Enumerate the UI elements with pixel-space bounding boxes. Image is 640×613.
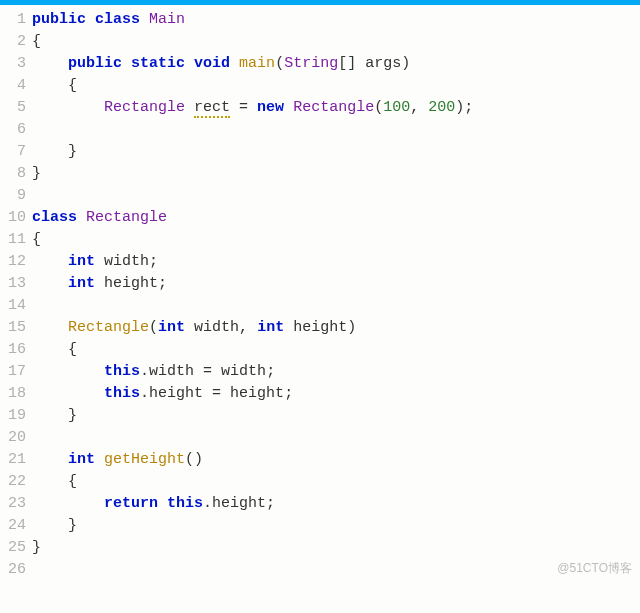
line-number: 2 [0,31,26,53]
type-int: int [68,275,95,292]
brace-open: { [32,33,41,50]
line-number: 21 [0,449,26,471]
paren-close: ) [401,55,410,72]
semicolon: ; [266,495,275,512]
line-number: 13 [0,273,26,295]
keyword-static: static [131,55,185,72]
line-number: 12 [0,251,26,273]
brace-open: { [32,231,41,248]
number-200: 200 [428,99,455,116]
classname-main: Main [149,11,185,28]
line-number: 17 [0,361,26,383]
code-line: class Rectangle [32,207,640,229]
code-line: int getHeight() [32,449,640,471]
brace-close: } [68,517,77,534]
code-line [32,119,640,141]
code-line: } [32,405,640,427]
type-int: int [68,253,95,270]
code-line [32,427,640,449]
line-number: 15 [0,317,26,339]
paren-close: ) [347,319,356,336]
line-number: 18 [0,383,26,405]
semicolon: ; [158,275,167,292]
code-line: return this.height; [32,493,640,515]
line-number: 11 [0,229,26,251]
field-height: height [149,385,203,402]
semicolon: ; [464,99,473,116]
line-number: 16 [0,339,26,361]
op-equals: = [212,385,221,402]
line-number: 25 [0,537,26,559]
brace-open: { [68,77,77,94]
type-rectangle: Rectangle [104,99,185,116]
keyword-class: class [32,209,77,226]
code-viewer: 1234567891011121314151617181920212223242… [0,5,640,581]
line-number-gutter: 1234567891011121314151617181920212223242… [0,9,32,581]
brace-open: { [68,341,77,358]
method-getheight: getHeight [104,451,185,468]
paren-open: ( [149,319,158,336]
keyword-this: this [167,495,203,512]
brace-close: } [32,165,41,182]
paren-close: ) [194,451,203,468]
code-line: } [32,163,640,185]
type-int: int [158,319,185,336]
line-number: 5 [0,97,26,119]
param-args: args [365,55,401,72]
line-number: 3 [0,53,26,75]
code-line: } [32,141,640,163]
keyword-public: public [68,55,122,72]
var-height: height [230,385,284,402]
dot: . [140,385,149,402]
comma: , [239,319,248,336]
line-number: 4 [0,75,26,97]
code-line: { [32,471,640,493]
paren-open: ( [275,55,284,72]
code-line: int height; [32,273,640,295]
line-number: 1 [0,9,26,31]
field-height: height [212,495,266,512]
code-line: this.height = height; [32,383,640,405]
code-line: this.width = width; [32,361,640,383]
type-int: int [257,319,284,336]
line-number: 14 [0,295,26,317]
code-line: Rectangle(int width, int height) [32,317,640,339]
code-line [32,295,640,317]
code-line: { [32,229,640,251]
line-number: 22 [0,471,26,493]
ctor-rectangle: Rectangle [293,99,374,116]
watermark-text: @51CTO博客 [557,560,632,577]
op-equals: = [239,99,248,116]
line-number: 20 [0,427,26,449]
semicolon: ; [266,363,275,380]
code-line [32,559,640,581]
brace-close: } [68,143,77,160]
comma: , [410,99,419,116]
bracket-open: [ [338,55,347,72]
line-number: 7 [0,141,26,163]
line-number: 24 [0,515,26,537]
method-main: main [239,55,275,72]
code-line: int width; [32,251,640,273]
paren-open: ( [185,451,194,468]
field-height: height [104,275,158,292]
keyword-public: public [32,11,86,28]
code-line: } [32,515,640,537]
param-width: width [194,319,239,336]
param-height: height [293,319,347,336]
classname-rectangle: Rectangle [86,209,167,226]
op-equals: = [203,363,212,380]
code-line: { [32,75,640,97]
brace-close: } [68,407,77,424]
type-int: int [68,451,95,468]
paren-open: ( [374,99,383,116]
keyword-new: new [257,99,284,116]
bracket-close: ] [347,55,356,72]
brace-close: } [32,539,41,556]
keyword-this: this [104,363,140,380]
line-number: 8 [0,163,26,185]
brace-open: { [68,473,77,490]
ctor-rectangle: Rectangle [68,319,149,336]
keyword-class: class [95,11,140,28]
code-line: { [32,31,640,53]
